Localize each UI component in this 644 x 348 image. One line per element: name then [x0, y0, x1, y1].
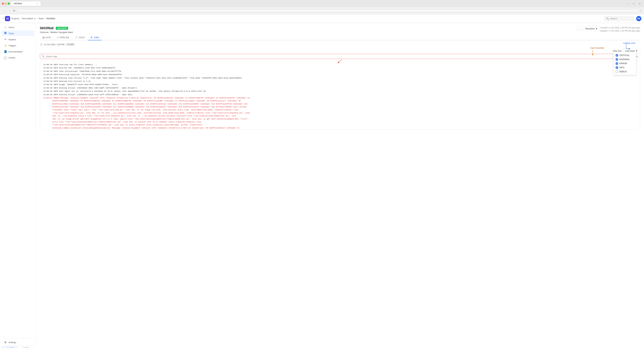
more-options-button[interactable]: ...: [576, 27, 582, 31]
task-header: 5603f8a6 SUCCESS Outcome: Webbot: Naviga…: [40, 26, 640, 33]
pipeline-tab-icon: ▱: [57, 36, 59, 39]
sidebar-label-settings: Settings: [8, 341, 16, 344]
log-level-option-warning[interactable]: WARNING: [614, 57, 636, 61]
sidebar-item-tasks[interactable]: Tasks: [1, 30, 34, 36]
moon-icon: ☾: [22, 347, 24, 348]
theme-light-button[interactable]: ☀ Light: [2, 346, 18, 348]
minimize-button[interactable]: [5, 2, 7, 4]
svg-point-10: [5, 39, 6, 39]
log-line: 13:09:29 INFO Started Job: Jdee00d71-1c5…: [43, 66, 637, 69]
log-level-option-info[interactable]: INFO: [614, 65, 636, 69]
log-line: 13:09:30 INFO Stage: [8dabd7ff-a2ae-41bd…: [43, 83, 637, 86]
window-minimize-button[interactable]: −: [626, 2, 630, 5]
breadcrumb-sep2: /: [37, 17, 38, 20]
log-search-input[interactable]: [46, 55, 630, 58]
theme-light-label: Light: [9, 347, 14, 348]
new-tab-button[interactable]: +: [37, 2, 38, 5]
log-output: 13:09:29 INFO Starting Job for [Test web…: [40, 61, 640, 129]
info-checkbox[interactable]: [616, 66, 618, 69]
back-button[interactable]: ←: [2, 9, 6, 13]
clock-icon: 🕐: [40, 43, 42, 46]
log-line: 13:09:29 INFO Task initialised: T5603f8a…: [43, 70, 637, 73]
sun-icon: ☀: [6, 347, 8, 348]
case-sensitivity-annotation: Case Sensitivity: [590, 47, 604, 49]
tab-files[interactable]: 📄 FILES: [72, 35, 87, 40]
browser-frame: 5603f8a6 + − ▭ ✕ ← → ↻ ⋮ ⁝: [0, 0, 644, 348]
pipeline-icon-svg: [4, 38, 7, 40]
tab-data[interactable]: ▤ DATA: [40, 35, 54, 40]
home-icon: ⌂: [4, 26, 7, 29]
critical-checkbox[interactable]: [616, 54, 618, 56]
sidebar-label-triggers: Triggers: [8, 44, 16, 47]
webbot-dropdown-button[interactable]: ▼: [34, 18, 36, 19]
browser-controls: [2, 2, 10, 4]
maximize-button[interactable]: [8, 2, 10, 4]
case-sensitivity-arrow: [590, 49, 598, 57]
browser-more-button[interactable]: ⋮: [639, 9, 642, 12]
svg-point-3: [6, 19, 7, 19]
tasks-icon: [4, 32, 7, 35]
svg-point-0: [7, 18, 8, 19]
breadcrumb-tasks[interactable]: Tasks: [38, 17, 44, 20]
app-container: ⌂ Home Tasks Pipeline ⚡ Triggers 📘: [0, 23, 644, 348]
svg-rect-7: [4, 33, 5, 34]
tabs-bar: ▤ DATA ▱ PIPELINE 📄 FILES ⚙ JOBS: [40, 35, 640, 40]
sidebar-item-triggers[interactable]: ⚡ Triggers: [1, 43, 34, 48]
tab-jobs[interactable]: ⚙ JOBS: [88, 35, 102, 40]
log-level-option-debug[interactable]: DEBUG: [614, 69, 636, 74]
sidebar: ⌂ Home Tasks Pipeline ⚡ Triggers 📘: [0, 23, 36, 348]
sidebar-item-activity[interactable]: ◯ Activity: [1, 55, 34, 60]
global-search-box[interactable]: 🔍 Search: [604, 16, 634, 21]
sidebar-item-settings[interactable]: ⚙ Settings: [1, 340, 34, 345]
browser-titlebar: 5603f8a6 + − ▭ ✕: [0, 0, 644, 7]
sidebar-item-pipeline[interactable]: Pipeline: [1, 36, 34, 42]
status-badge: SUCCESS: [56, 27, 68, 30]
tab-data-label: DATA: [46, 36, 51, 39]
address-bar[interactable]: [17, 10, 638, 11]
breadcrumb-webbot[interactable]: Test webbot: [22, 17, 33, 20]
theme-switcher: ☀ Light ☾ Dark: [2, 346, 34, 348]
critical-label: CRITICIAL: [619, 54, 630, 56]
error-label: ERROR: [619, 62, 627, 65]
svg-point-1: [6, 17, 7, 18]
browser-tab[interactable]: 5603f8a6 +: [11, 1, 40, 6]
user-avatar[interactable]: BB: [636, 16, 642, 21]
tab-pipeline[interactable]: ▱ PIPELINE: [54, 35, 72, 40]
data-tab-icon: ▤: [42, 36, 44, 39]
reload-button[interactable]: ↻: [12, 8, 16, 13]
breadcrumb-projects[interactable]: Projects: [12, 17, 19, 20]
jobs-header: 🕐 11 Oct 2023, 1:08 PM CLOUD: [40, 43, 640, 46]
tasks-icon-svg: [4, 32, 7, 34]
sidebar-label-documentation: Documentation: [8, 50, 23, 53]
window-close-button[interactable]: ✕: [638, 2, 642, 5]
search-arrow-annotation: [334, 59, 346, 64]
close-button[interactable]: [2, 2, 4, 4]
svg-point-9: [4, 39, 5, 39]
theme-dark-label: Dark: [25, 347, 29, 348]
grid-menu-icon[interactable]: ⁝: [2, 17, 4, 20]
task-meta: Created: 11 Oct 2023, 1:08 PM (35 days a…: [600, 26, 640, 32]
log-level-option-critical[interactable]: CRITICIAL: [614, 53, 636, 57]
outcome-value: Webbot: Navigate failed: [50, 31, 73, 33]
log-line: 13:09:30 INFO Running action: [562b8da5-…: [43, 86, 637, 90]
logo-icon: [6, 17, 9, 20]
debug-checkbox[interactable]: [616, 70, 618, 73]
theme-dark-button[interactable]: ☾ Dark: [18, 346, 34, 348]
breadcrumb-current: 5603f8a6: [46, 17, 55, 20]
svg-point-4: [8, 19, 9, 19]
forward-button[interactable]: →: [7, 9, 11, 13]
log-level-option-error[interactable]: ERROR: [614, 61, 636, 65]
warning-checkbox[interactable]: [616, 58, 618, 60]
log-level-dropdown: CRITICIAL WARNING ERROR: [613, 52, 636, 75]
sidebar-item-home[interactable]: ⌂ Home: [1, 24, 34, 30]
jobs-datetime: 11 Oct 2023, 1:08 PM: [44, 43, 64, 46]
log-line: 13:09:30 INFO Running Core Version v1.3.…: [43, 80, 637, 83]
cloud-badge: CLOUD: [66, 43, 75, 46]
app-topnav: ⁝ Projects / Test webbot ▼ /: [0, 14, 644, 23]
svg-rect-5: [4, 32, 5, 33]
error-checkbox[interactable]: [616, 62, 618, 65]
sidebar-item-documentation[interactable]: 📘 Documentation: [1, 49, 34, 54]
window-restore-button[interactable]: ▭: [632, 2, 636, 5]
resubmit-button[interactable]: Resubmit ▼: [583, 26, 600, 31]
tab-pipeline-label: PIPELINE: [60, 36, 69, 39]
